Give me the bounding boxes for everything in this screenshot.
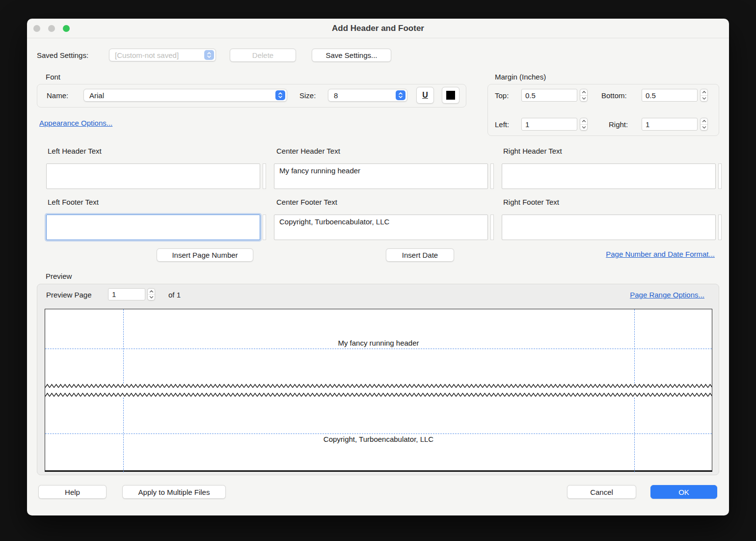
scrollbar-track[interactable] [263,215,266,240]
bottom-margin-guide [45,433,712,434]
insert-date-button[interactable]: Insert Date [386,248,454,262]
stepper-down-icon[interactable] [580,96,587,102]
scrollbar-track[interactable] [718,163,722,189]
margin-top-stepper[interactable] [580,89,588,102]
right-header-label: Right Header Text [503,147,562,155]
scrollbar-track[interactable] [490,215,494,240]
stepper-up-icon[interactable] [701,89,707,96]
save-settings-button[interactable]: Save Settings... [312,49,391,62]
color-swatch-icon [446,91,455,100]
apply-to-multiple-files-button[interactable]: Apply to Multiple Files [122,485,226,499]
preview-header-text: My fancy running header [45,339,712,347]
margin-bottom-stepper[interactable] [700,89,708,102]
saved-settings-label: Saved Settings: [37,51,88,59]
font-size-label: Size: [299,91,316,100]
font-name-value: Arial [89,91,104,100]
underline-icon: U [422,91,428,100]
delete-button[interactable]: Delete [230,49,296,62]
margin-right-input[interactable] [642,118,698,131]
stepper-down-icon[interactable] [580,125,587,131]
center-footer-textarea[interactable]: Copyright, Turboencabulator, LLC [274,215,488,240]
stepper-down-icon[interactable] [148,295,155,300]
right-footer-label: Right Footer Text [503,198,559,206]
preview-group-label: Preview [46,272,72,280]
page-range-options-link[interactable]: Page Range Options... [630,291,704,299]
chevron-up-down-icon [275,90,285,100]
font-group-label: Font [46,73,60,81]
page-tear-zigzag [45,392,712,398]
preview-page-input[interactable] [108,288,145,300]
margin-right-label: Right: [609,120,628,129]
margin-top-label: Top: [495,91,509,100]
top-margin-guide [45,349,712,349]
margin-top-input[interactable] [521,89,577,102]
help-button[interactable]: Help [38,485,107,499]
margin-right-stepper[interactable] [700,118,708,131]
page-number-date-format-link[interactable]: Page Number and Date Format... [606,250,715,258]
ok-button[interactable]: OK [650,485,717,499]
preview-page-label: Preview Page [46,291,92,299]
chevron-up-down-icon [204,50,214,60]
right-footer-textarea[interactable] [502,215,716,240]
dialog-title: Add Header and Footer [27,24,729,33]
right-header-textarea[interactable] [502,163,716,189]
left-footer-label: Left Footer Text [48,198,99,206]
underline-button[interactable]: U [416,87,434,104]
center-footer-label: Center Footer Text [276,198,337,206]
margin-left-stepper[interactable] [580,118,588,131]
saved-settings-dropdown[interactable]: [Custom-not saved] [109,49,216,61]
preview-groupbox: Preview Page of 1 Page Range Options... … [37,284,719,475]
appearance-options-link[interactable]: Appearance Options... [39,119,112,127]
margin-bottom-label: Bottom: [601,91,627,100]
margin-bottom-input[interactable] [642,89,698,102]
margin-left-label: Left: [495,120,509,129]
stepper-down-icon[interactable] [701,125,707,131]
font-size-value: 8 [334,91,338,100]
preview-footer-section: Copyright, Turboencabulator, LLC [45,398,712,472]
margin-left-input[interactable] [521,118,577,131]
preview-header-section: My fancy running header [45,309,712,383]
margin-group-label: Margin (Inches) [495,73,546,81]
page-tear-zigzag [45,383,712,389]
font-color-button[interactable] [442,87,459,104]
scrollbar-track[interactable] [490,163,494,189]
scrollbar-track[interactable] [718,215,722,240]
cancel-button[interactable]: Cancel [567,485,636,499]
preview-page: My fancy running header Copyright, Turbo… [45,309,712,472]
font-name-dropdown[interactable]: Arial [83,89,287,102]
preview-page-count: of 1 [168,291,181,299]
stepper-up-icon[interactable] [148,289,155,295]
font-size-dropdown[interactable]: 8 [328,89,407,102]
chevron-up-down-icon [396,90,405,100]
font-name-label: Name: [47,91,68,100]
scrollbar-track[interactable] [263,163,266,189]
insert-page-number-button[interactable]: Insert Page Number [157,248,253,262]
stepper-up-icon[interactable] [580,89,587,96]
titlebar: Add Header and Footer [27,19,729,38]
left-header-label: Left Header Text [48,147,102,155]
center-header-label: Center Header Text [276,147,340,155]
saved-settings-value: [Custom-not saved] [115,51,179,59]
stepper-up-icon[interactable] [701,118,707,125]
preview-footer-text: Copyright, Turboencabulator, LLC [45,435,712,443]
left-header-textarea[interactable] [46,163,260,189]
stepper-down-icon[interactable] [701,96,707,102]
stepper-up-icon[interactable] [580,118,587,125]
add-header-footer-dialog: Add Header and Footer Saved Settings: [C… [27,19,729,515]
center-header-textarea[interactable]: My fancy running header [274,163,488,189]
preview-page-stepper[interactable] [147,288,155,300]
left-footer-textarea[interactable] [46,215,260,240]
